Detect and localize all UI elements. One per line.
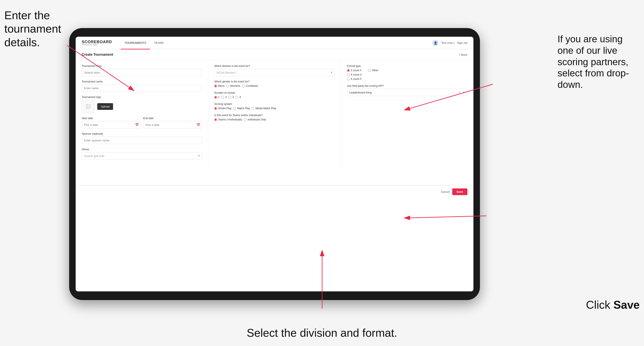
form-header: Create Tournament Back xyxy=(76,49,474,60)
rounds-3-radio[interactable] xyxy=(228,96,231,99)
gender-group: Which gender is the event for? Mens Wome… xyxy=(214,80,334,87)
form-spacer xyxy=(76,168,474,185)
scoring-group: Scoring system Stroke Play Match Play xyxy=(214,103,334,110)
cancel-button[interactable]: Cancel xyxy=(441,190,450,193)
rounds-4-radio[interactable] xyxy=(236,96,238,99)
signout-link[interactable]: Sign out xyxy=(457,41,468,44)
live-scoring-group: Use third-party live scoring API? Leader… xyxy=(347,84,468,96)
division-label: Which division is the event for? xyxy=(214,65,334,68)
scoring-radio-row: Stroke Play Match Play Medal Match Play xyxy=(214,107,334,110)
format-type-label: Format type xyxy=(347,65,468,68)
live-scoring-clear-icon[interactable]: × xyxy=(459,90,461,94)
end-date-label: End date xyxy=(143,117,202,120)
form-title: Create Tournament xyxy=(82,53,113,57)
gender-mens-radio[interactable] xyxy=(214,85,217,87)
tournament-name-input[interactable] xyxy=(82,84,202,92)
scoring-stroke-radio[interactable] xyxy=(214,107,217,110)
venue-select[interactable]: Search golf club xyxy=(82,152,202,160)
scoring-match-option[interactable]: Match Play xyxy=(233,107,250,110)
scoring-medal-option[interactable]: Medal Match Play xyxy=(252,107,276,110)
division-group: Which division is the event for? NCAA Di… xyxy=(214,65,334,76)
rounds-1-radio[interactable] xyxy=(214,96,217,99)
nav-tabs: TOURNAMENTS TEAMS xyxy=(121,37,432,49)
rounds-2-option[interactable]: 2 xyxy=(221,96,227,99)
logo-upload-area: Upload xyxy=(82,100,202,113)
format-type-group: Format type 5 count 4 6 count xyxy=(347,65,468,81)
form-container: Create Tournament Back Tournament Host T… xyxy=(76,49,474,291)
app-bar: SCOREBOARD Powered by clippi TOURNAMENTS… xyxy=(76,37,474,49)
tournament-name-label: Tournament name xyxy=(82,80,202,83)
gender-label: Which gender is the event for? xyxy=(214,80,334,83)
start-date-wrap: 📅 xyxy=(82,121,140,128)
format-6c5-option[interactable]: 6 count 5 xyxy=(347,77,362,81)
gender-womens-option[interactable]: Womens xyxy=(226,84,240,87)
sponsor-input[interactable] xyxy=(82,137,202,144)
tab-tournaments[interactable]: TOURNAMENTS xyxy=(121,37,150,49)
form-body: Tournament Host Tournament name Tourname… xyxy=(76,60,474,168)
teams-group: Is this event for Teams and/or Individua… xyxy=(214,114,334,121)
teams-label: Is this event for Teams and/or Individua… xyxy=(214,114,334,117)
end-date-input[interactable] xyxy=(143,121,202,128)
tournament-name-group: Tournament name xyxy=(82,80,202,92)
tablet-frame: SCOREBOARD Powered by clippi TOURNAMENTS… xyxy=(69,28,480,300)
teams-individuals-radio[interactable] xyxy=(244,118,247,121)
venue-group: Venue Search golf club ▼ xyxy=(82,148,202,160)
back-link[interactable]: Back xyxy=(459,53,468,56)
annotation-live-scoring: If you are using one of our live scoring… xyxy=(558,33,640,90)
rounds-2-radio[interactable] xyxy=(221,96,224,99)
teams-teams-radio[interactable] xyxy=(214,118,217,121)
scoring-label: Scoring system xyxy=(214,103,334,106)
gender-mens-option[interactable]: Mens xyxy=(214,84,224,87)
annotation-select-division: Select the division and format. xyxy=(247,326,397,340)
gender-combined-option[interactable]: Combined xyxy=(242,84,258,87)
format-6c4-radio[interactable] xyxy=(347,73,350,76)
live-scoring-label: Use third-party live scoring API? xyxy=(347,84,468,87)
rounds-4-option[interactable]: 4 xyxy=(236,96,241,99)
tab-teams[interactable]: TEAMS xyxy=(150,37,168,49)
form-col-1: Tournament Host Tournament name Tourname… xyxy=(76,60,208,168)
annotation-enter-tournament: Enter the tournament details. xyxy=(4,9,65,49)
form-col-2: Which division is the event for? NCAA Di… xyxy=(208,60,341,168)
save-button[interactable]: Save xyxy=(452,188,468,195)
start-date-calendar-icon: 📅 xyxy=(135,123,139,127)
format-6c4-option[interactable]: 6 count 4 xyxy=(347,73,362,76)
format-5c4-radio[interactable] xyxy=(347,69,350,72)
venue-select-wrap: Search golf club ▼ xyxy=(82,152,202,160)
rounds-3-option[interactable]: 3 xyxy=(228,96,234,99)
svg-point-1 xyxy=(87,105,88,106)
user-label: Test User | xyxy=(441,41,454,44)
gender-womens-radio[interactable] xyxy=(226,85,229,87)
logo-title: SCOREBOARD xyxy=(82,40,112,44)
tournament-host-input[interactable] xyxy=(82,69,202,76)
form-footer: Cancel Save xyxy=(76,185,474,198)
scoring-match-radio[interactable] xyxy=(233,107,236,110)
rounds-1-option[interactable]: 1 xyxy=(214,96,220,99)
teams-individuals-option[interactable]: Individuals Only xyxy=(244,118,266,121)
sponsor-label: Sponsor (optional) xyxy=(82,132,202,135)
tablet-screen: SCOREBOARD Powered by clippi TOURNAMENTS… xyxy=(76,37,474,291)
format-6c5-radio[interactable] xyxy=(347,78,350,81)
gender-combined-radio[interactable] xyxy=(242,85,245,87)
rounds-radio-row: 1 2 3 xyxy=(214,96,334,99)
form-col-3: Format type 5 count 4 6 count xyxy=(341,60,474,168)
start-date-input[interactable] xyxy=(82,121,140,128)
division-select[interactable]: NCAA Division I xyxy=(214,69,334,76)
format-5c4-option[interactable]: 5 count 4 xyxy=(347,69,362,72)
format-other-radio[interactable] xyxy=(368,69,371,72)
sponsor-group: Sponsor (optional) xyxy=(82,132,202,144)
nav-right: 👤 Test User | Sign out xyxy=(432,40,468,46)
scoring-stroke-option[interactable]: Stroke Play xyxy=(214,107,231,110)
logo-placeholder xyxy=(82,100,95,113)
division-select-wrap: NCAA Division I ▼ xyxy=(214,69,334,76)
scoring-medal-radio[interactable] xyxy=(252,107,254,110)
end-date-calendar-icon: 📅 xyxy=(196,123,200,127)
upload-button[interactable]: Upload xyxy=(97,103,113,110)
venue-label: Venue xyxy=(82,148,202,151)
tournament-host-label: Tournament Host xyxy=(82,65,202,68)
format-type-right: Other xyxy=(368,69,378,81)
tournament-logo-label: Tournament logo xyxy=(82,96,202,99)
format-other-option[interactable]: Other xyxy=(368,69,378,72)
tournament-logo-group: Tournament logo Upload xyxy=(82,96,202,113)
live-scoring-field[interactable]: Leaderboard King × ▼ xyxy=(347,89,468,96)
teams-teams-option[interactable]: Teams (+Individuals) xyxy=(214,118,242,121)
